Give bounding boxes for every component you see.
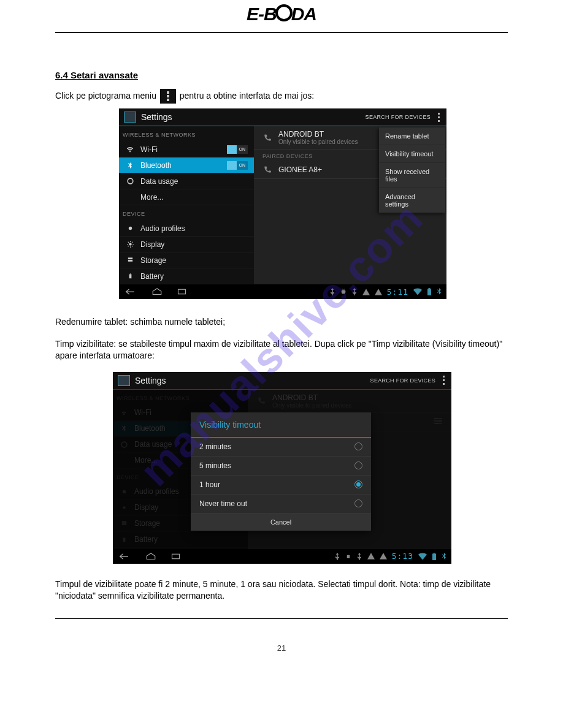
overflow-menu-icon[interactable] [442, 374, 446, 386]
warning-icon [367, 553, 375, 559]
timeout-option-never[interactable]: Never time out [191, 495, 371, 514]
app-title: Settings [135, 376, 370, 385]
paired-device-name: GIONEE A8+ [278, 165, 322, 174]
bluetooth-icon [125, 161, 135, 170]
bluetooth-status-icon [442, 553, 446, 560]
status-icons: 5:11 [329, 287, 442, 297]
popup-received-files[interactable]: Show received files [379, 163, 445, 188]
device-name: ANDROID BT [278, 130, 358, 138]
usb-icon [329, 288, 335, 295]
dialog-title: Visibility timeout [191, 412, 371, 438]
battery-icon [125, 271, 135, 281]
section-title: 6.4 Setari avansate [55, 70, 508, 80]
usb-icon [334, 553, 340, 560]
sidebar-item-label: Data usage [140, 177, 248, 186]
wifi-toggle[interactable]: ON [227, 145, 248, 154]
wifi-icon [125, 145, 135, 154]
sidebar-item-label: Battery [140, 272, 248, 281]
home-button[interactable] [150, 287, 164, 297]
footer-rule [55, 618, 508, 619]
menu-icon [160, 89, 176, 104]
timeout-option-2min[interactable]: 2 minutes [191, 438, 371, 457]
sidebar-item-bluetooth[interactable]: Bluetooth ON [119, 157, 254, 173]
svg-rect-9 [429, 288, 431, 289]
app-header: Settings SEARCH FOR DEVICES [113, 372, 451, 390]
app-title: Settings [141, 112, 366, 122]
option-label: 1 hour [199, 480, 220, 489]
brand-logo: E-BDA [0, 0, 563, 25]
battery-status-icon [432, 553, 437, 560]
warning-icon [380, 553, 387, 559]
option-label: 2 minutes [199, 442, 231, 451]
system-nav-bar: 5:11 [119, 284, 446, 299]
overflow-menu-icon[interactable] [437, 112, 442, 123]
sidebar-category: WIRELESS & NETWORKS [119, 126, 254, 142]
settings-app-icon [124, 112, 136, 123]
usb-icon [351, 288, 358, 295]
bluetooth-status-icon [437, 288, 442, 295]
sidebar-item-more[interactable]: More... [119, 189, 254, 205]
dialog-cancel-button[interactable]: Cancel [191, 514, 371, 531]
recent-apps-button[interactable] [175, 287, 190, 297]
sidebar-item-display[interactable]: Display [119, 237, 254, 252]
timeout-option-1hour[interactable]: 1 hour [191, 476, 371, 495]
sidebar-item-storage[interactable]: Storage [119, 252, 254, 268]
sidebar-category: DEVICE [119, 205, 254, 221]
overflow-popup: Rename tablet Visibility timeout Show re… [379, 127, 445, 213]
svg-rect-21 [434, 553, 435, 554]
search-devices-button[interactable]: SEARCH FOR DEVICES [366, 114, 431, 120]
option-label: Never time out [199, 499, 247, 508]
radio-icon [354, 499, 362, 507]
app-header: Settings SEARCH FOR DEVICES [119, 108, 446, 126]
timeout-option-5min[interactable]: 5 minutes [191, 457, 371, 476]
sidebar-item-audio[interactable]: Audio profiles [119, 221, 254, 237]
battery-status-icon [427, 288, 432, 295]
sidebar-item-label: Display [140, 240, 248, 249]
svg-point-0 [128, 178, 133, 184]
svg-rect-4 [128, 260, 132, 262]
radio-icon [354, 480, 362, 488]
bluetooth-toggle[interactable]: ON [227, 161, 248, 170]
popup-visibility-timeout[interactable]: Visibility timeout [379, 145, 445, 163]
rename-explain: Redenumire tablet: schimba numele tablet… [55, 316, 508, 328]
popup-advanced[interactable]: Advanced settings [379, 188, 445, 213]
storage-icon [125, 256, 135, 265]
android-icon [340, 288, 347, 295]
phone-icon [262, 165, 272, 175]
svg-rect-8 [427, 289, 431, 296]
svg-rect-19 [172, 554, 180, 559]
clock: 5:13 [392, 552, 413, 561]
clock: 5:11 [387, 287, 408, 297]
svg-rect-20 [432, 553, 436, 560]
page-number: 21 [0, 643, 563, 653]
system-nav-bar: 5:13 [113, 549, 451, 564]
option-label: 5 minutes [199, 461, 231, 470]
sidebar-item-label: Audio profiles [140, 224, 248, 233]
back-button[interactable] [118, 552, 132, 561]
warning-icon [375, 289, 382, 295]
warning-icon [362, 289, 370, 295]
sidebar-item-battery[interactable]: Battery [119, 268, 254, 284]
svg-point-2 [129, 243, 131, 245]
search-devices-button[interactable]: SEARCH FOR DEVICES [370, 377, 435, 384]
popup-rename[interactable]: Rename tablet [379, 127, 445, 145]
svg-rect-3 [128, 257, 132, 259]
intro-text: Click pe pictograma meniu pentru a obtin… [55, 89, 508, 104]
android-icon [345, 553, 351, 560]
after-text: Timpul de vizibilitate poate fi 2 minute… [55, 578, 508, 602]
sidebar-item-label: More... [140, 193, 248, 202]
home-button[interactable] [144, 552, 158, 561]
back-button[interactable] [124, 287, 139, 297]
sidebar-item-wifi[interactable]: Wi-Fi ON [119, 142, 254, 157]
screenshot-visibility-dialog: Settings SEARCH FOR DEVICES WIRELESS & N… [113, 372, 451, 564]
sidebar-item-data-usage[interactable]: Data usage [119, 173, 254, 189]
audio-icon [125, 224, 135, 233]
svg-point-1 [128, 227, 131, 230]
header-rule [55, 32, 508, 33]
timeout-explain: Timp vizibilitate: se stabileste timpul … [55, 338, 508, 362]
recent-apps-button[interactable] [169, 552, 184, 561]
phone-icon [262, 133, 272, 143]
sidebar-item-label: Storage [140, 256, 248, 265]
radio-icon [354, 442, 362, 450]
radio-icon [354, 461, 362, 469]
